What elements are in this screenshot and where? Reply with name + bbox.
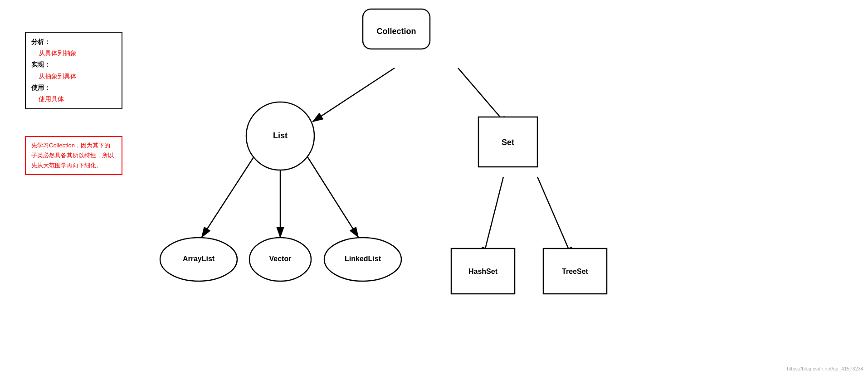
collection-diagram: Collection List Set ArrayList Vector Lin… [0,0,868,375]
arrow-list-arraylist [202,150,258,237]
watermark: https://blog.csdn.net/qq_41573234 [787,366,863,371]
label-set: Set [502,138,514,147]
label-hashset: HashSet [468,268,498,275]
label-arraylist: ArrayList [183,255,215,263]
label-treeset: TreeSet [562,268,588,275]
label-vector: Vector [269,255,292,263]
arrow-set-hashset [483,177,503,258]
arrow-set-treeset [537,177,572,258]
page-container: 分析： 从具体到抽象 实现： 从抽象到具体 使用： 使用具体 先学习Collec… [0,0,868,375]
arrow-list-linkedlist [303,150,358,237]
label-linkedlist: LinkedList [345,255,381,263]
arrow-collection-list [313,68,395,122]
label-collection: Collection [376,27,416,36]
label-list: List [273,131,288,140]
